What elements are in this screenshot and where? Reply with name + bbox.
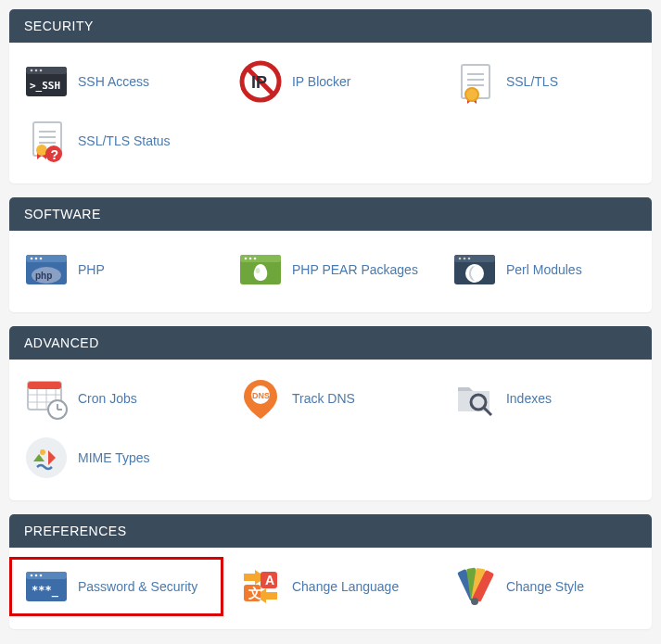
item-label: Cron Jobs: [78, 391, 137, 406]
svg-text:文: 文: [248, 586, 261, 600]
svg-point-23: [31, 258, 33, 260]
svg-point-2: [31, 69, 33, 72]
item-label: MIME Types: [78, 450, 150, 465]
section-title: SECURITY: [9, 9, 652, 43]
item-password-security[interactable]: ***_ Password & Security: [9, 557, 223, 616]
svg-point-36: [459, 258, 462, 260]
item-label: SSL/TLS: [506, 74, 558, 89]
item-ip-blocker[interactable]: IP IP Blocker: [223, 52, 438, 111]
item-label: Password & Security: [78, 579, 197, 594]
svg-point-58: [31, 575, 33, 577]
svg-point-37: [464, 258, 466, 260]
dns-icon: DNS: [238, 376, 283, 421]
item-ssl-tls[interactable]: SSL/TLS: [438, 52, 652, 111]
svg-point-59: [35, 575, 38, 577]
svg-point-3: [35, 69, 38, 72]
item-label: Perl Modules: [506, 262, 582, 277]
language-icon: 文A: [238, 564, 283, 609]
password-icon: ***_: [24, 564, 69, 609]
item-label: PHP PEAR Packages: [292, 262, 418, 277]
svg-text:php: php: [35, 271, 52, 281]
svg-text:IP: IP: [251, 73, 267, 92]
item-mime-types[interactable]: MIME Types: [9, 428, 223, 487]
indexes-icon: [452, 376, 497, 421]
ssh-icon: >_SSH: [24, 59, 69, 104]
svg-point-31: [249, 258, 252, 260]
perl-icon: [452, 247, 497, 292]
svg-text:>_SSH: >_SSH: [30, 80, 60, 92]
section-body: php PHP PHP PEAR Packages Perl Modules: [9, 231, 652, 312]
svg-point-70: [471, 598, 478, 605]
svg-point-38: [468, 258, 471, 260]
item-cron-jobs[interactable]: Cron Jobs: [9, 369, 223, 428]
php-icon: php: [24, 247, 69, 292]
item-php-pear[interactable]: PHP PEAR Packages: [223, 240, 438, 299]
pear-icon: [238, 247, 283, 292]
svg-point-54: [26, 437, 67, 478]
svg-text:?: ?: [51, 147, 59, 162]
item-label: SSL/TLS Status: [78, 133, 171, 148]
preferences-panel: PREFERENCES ***_ Password & Security 文A …: [9, 514, 652, 629]
item-ssl-status[interactable]: ? SSL/TLS Status: [9, 111, 223, 170]
svg-text:DNS: DNS: [252, 391, 270, 400]
item-label: Indexes: [506, 391, 552, 406]
svg-point-25: [40, 258, 43, 260]
svg-point-30: [245, 258, 248, 260]
section-title: SOFTWARE: [9, 197, 652, 231]
item-change-language[interactable]: 文A Change Language: [223, 557, 438, 616]
svg-point-60: [40, 575, 43, 577]
item-label: Track DNS: [292, 391, 355, 406]
section-body: Cron Jobs DNS Track DNS Indexes MIME Typ…: [9, 360, 652, 500]
item-label: PHP: [78, 262, 105, 277]
item-change-style[interactable]: Change Style: [438, 557, 652, 616]
security-panel: SECURITY >_SSH SSH Access IP IP Blocker …: [9, 9, 652, 183]
ssl-tls-icon: [452, 59, 497, 104]
item-perl-modules[interactable]: Perl Modules: [438, 240, 652, 299]
svg-point-4: [40, 69, 43, 72]
item-ssh-access[interactable]: >_SSH SSH Access: [9, 52, 223, 111]
item-label: Change Style: [506, 579, 584, 594]
svg-text:***_: ***_: [32, 584, 59, 598]
ip-blocker-icon: IP: [238, 59, 283, 104]
section-body: >_SSH SSH Access IP IP Blocker SSL/TLS ?…: [9, 43, 652, 183]
section-title: PREFERENCES: [9, 514, 652, 548]
section-body: ***_ Password & Security 文A Change Langu…: [9, 548, 652, 629]
mime-icon: [24, 436, 69, 480]
section-title: ADVANCED: [9, 326, 652, 360]
svg-point-24: [35, 258, 38, 260]
svg-point-32: [254, 258, 257, 260]
svg-point-13: [465, 88, 478, 101]
svg-point-33: [255, 268, 260, 273]
cron-icon: [24, 376, 69, 421]
svg-point-55: [40, 449, 45, 455]
advanced-panel: ADVANCED Cron Jobs DNS Track DNS Indexes…: [9, 326, 652, 500]
style-icon: [452, 564, 497, 609]
software-panel: SOFTWARE php PHP PHP PEAR Packages Perl …: [9, 197, 652, 312]
item-label: Change Language: [292, 579, 399, 594]
svg-point-39: [465, 264, 484, 283]
svg-rect-41: [28, 382, 61, 389]
item-label: SSH Access: [78, 74, 149, 89]
svg-text:A: A: [265, 573, 274, 587]
item-indexes[interactable]: Indexes: [438, 369, 652, 428]
ssl-status-icon: ?: [24, 119, 69, 163]
item-track-dns[interactable]: DNS Track DNS: [223, 369, 438, 428]
item-php[interactable]: php PHP: [9, 240, 223, 299]
item-label: IP Blocker: [292, 74, 351, 89]
